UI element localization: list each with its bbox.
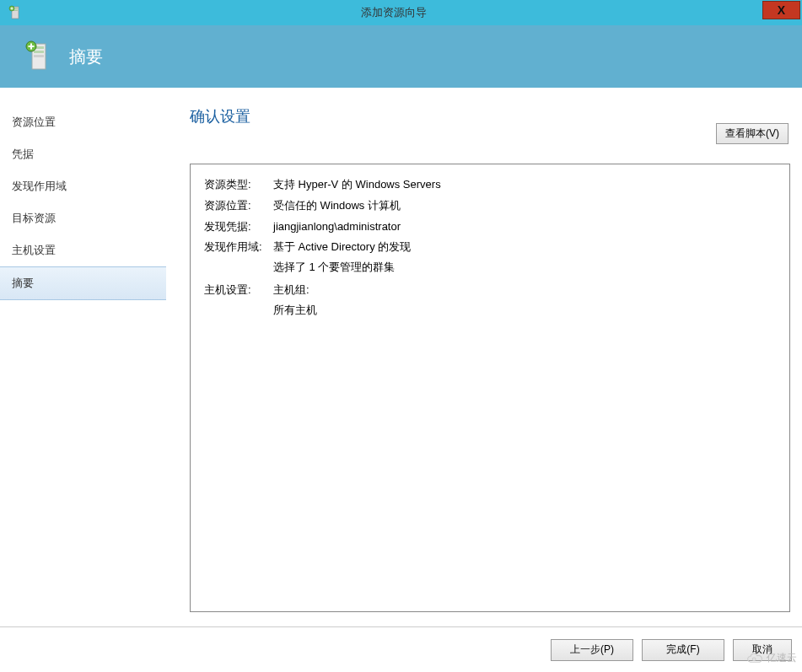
summary-box: 资源类型: 支持 Hyper-V 的 Windows Servers 资源位置:… [190, 164, 790, 612]
wizard-steps-sidebar: 资源位置 凭据 发现作用域 目标资源 主机设置 摘要 [0, 88, 166, 626]
summary-row-host-settings: 主机设置: 主机组: [204, 282, 776, 299]
summary-row-discovery-scope: 发现作用域: 基于 Active Directory 的发现 [204, 239, 776, 256]
previous-button[interactable]: 上一步(P) [551, 639, 633, 661]
cancel-button[interactable]: 取消 [733, 639, 792, 661]
wizard-header: 摘要 [0, 25, 802, 88]
summary-value: 受信任的 Windows 计算机 [273, 197, 776, 215]
summary-value: 支持 Hyper-V 的 Windows Servers [273, 176, 776, 194]
sidebar-item-label: 发现作用域 [12, 180, 67, 192]
close-icon: X [778, 4, 785, 16]
svg-rect-9 [34, 55, 44, 57]
summary-row-discovery-credential: 发现凭据: jiangjianlong\administrator [204, 218, 776, 236]
summary-label: 资源位置: [204, 197, 273, 215]
summary-label: 发现凭据: [204, 218, 273, 236]
view-script-button[interactable]: 查看脚本(V) [716, 123, 789, 144]
wizard-header-icon [24, 40, 52, 73]
finish-button[interactable]: 完成(F) [642, 639, 724, 661]
summary-extra-line: 所有主机 [204, 303, 776, 318]
summary-row-resource-type: 资源类型: 支持 Hyper-V 的 Windows Servers [204, 176, 776, 194]
wizard-main-panel: 确认设置 查看脚本(V) 资源类型: 支持 Hyper-V 的 Windows … [166, 88, 802, 626]
close-button[interactable]: X [762, 1, 800, 19]
title-bar: 添加资源向导 X [0, 0, 802, 25]
sidebar-item-credentials[interactable]: 凭据 [0, 138, 166, 170]
sidebar-item-label: 摘要 [12, 277, 34, 289]
sidebar-item-discovery-scope[interactable]: 发现作用域 [0, 170, 166, 202]
summary-row-resource-location: 资源位置: 受信任的 Windows 计算机 [204, 197, 776, 215]
sidebar-item-label: 资源位置 [12, 116, 56, 128]
summary-label: 资源类型: [204, 176, 273, 194]
wizard-step-title: 摘要 [69, 46, 103, 68]
summary-value: jiangjianlong\administrator [273, 218, 776, 236]
summary-label: 主机设置: [204, 282, 273, 299]
summary-value: 基于 Active Directory 的发现 [273, 239, 776, 256]
sidebar-item-summary[interactable]: 摘要 [0, 266, 166, 300]
sidebar-item-label: 目标资源 [12, 212, 56, 224]
wizard-small-icon [5, 3, 25, 23]
sidebar-item-resource-location[interactable]: 资源位置 [0, 106, 166, 138]
summary-value: 主机组: [273, 282, 776, 299]
window-title: 添加资源向导 [25, 5, 762, 20]
sidebar-item-target-resource[interactable]: 目标资源 [0, 202, 166, 234]
svg-rect-8 [34, 51, 44, 53]
wizard-footer: 上一步(P) 完成(F) 取消 [0, 626, 802, 672]
sidebar-item-label: 主机设置 [12, 244, 56, 256]
summary-extra-line: 选择了 1 个要管理的群集 [204, 260, 776, 275]
content-area: 资源位置 凭据 发现作用域 目标资源 主机设置 摘要 确认设置 查看脚本(V) … [0, 88, 802, 626]
sidebar-item-host-settings[interactable]: 主机设置 [0, 234, 166, 266]
confirm-settings-title: 确认设置 [190, 106, 790, 126]
summary-label: 发现作用域: [204, 239, 273, 256]
sidebar-item-label: 凭据 [12, 148, 34, 160]
